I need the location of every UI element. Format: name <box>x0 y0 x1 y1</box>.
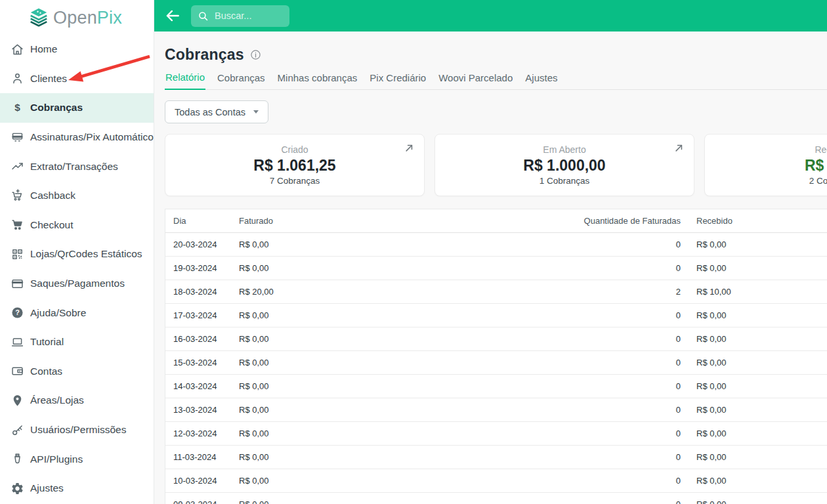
dollar-icon: $ <box>10 100 24 115</box>
table-row[interactable]: 15-03-2024R$ 0,000R$ 0,00 <box>165 350 827 374</box>
sidebar-item-home[interactable]: Home <box>0 35 154 64</box>
cell-quantidade: 0 <box>557 303 689 327</box>
cell-quantidade: 0 <box>557 445 689 469</box>
back-button[interactable] <box>162 5 183 26</box>
table-row[interactable]: 16-03-2024R$ 0,000R$ 0,00 <box>165 327 827 350</box>
sidebar-item-checkout[interactable]: Checkout <box>0 211 154 240</box>
card-count: 1 Cobranças <box>540 176 590 186</box>
sidebar-item-label: Ajustes <box>30 482 64 494</box>
cell-faturado: R$ 0,00 <box>231 421 557 445</box>
cell-recebido: R$ 0,00 <box>689 350 827 374</box>
cell-faturado: R$ 0,00 <box>231 492 557 504</box>
table-row[interactable]: 19-03-2024R$ 0,000R$ 0,00 <box>165 256 827 280</box>
cell-dia: 09-03-2024 <box>165 492 231 504</box>
title-row: Cobranças <box>165 46 827 64</box>
sidebar-item-api-plugins[interactable]: API/Plugins <box>0 444 154 474</box>
logo-text-pix: Pix <box>97 8 122 28</box>
tab-relatorio[interactable]: Relatório <box>165 72 205 90</box>
table-row[interactable]: 18-03-2024R$ 20,002R$ 10,00 <box>165 280 827 303</box>
table-row[interactable]: 10-03-2024R$ 0,000R$ 0,00 <box>165 469 827 492</box>
openpix-stack-icon <box>28 7 50 29</box>
app-root: OpenPix HomeClientes$CobrançasAssinatura… <box>0 0 827 504</box>
column-header-recebido: Recebido <box>689 209 827 232</box>
tab-bar: RelatórioCobrançasMinhas cobrançasPix Cr… <box>165 72 827 90</box>
cell-quantidade: 0 <box>557 256 689 280</box>
table-row[interactable]: 14-03-2024R$ 0,000R$ 0,00 <box>165 374 827 398</box>
card-value: R$ <box>805 157 824 175</box>
tab-ajustes[interactable]: Ajustes <box>524 72 558 89</box>
sidebar-item-contas[interactable]: Contas <box>0 357 154 387</box>
table-row[interactable]: 12-03-2024R$ 0,000R$ 0,00 <box>165 421 827 445</box>
tab-woovi-parcelado[interactable]: Woovi Parcelado <box>438 72 513 89</box>
sidebar-item-usuarios-permissoes[interactable]: Usuários/Permissões <box>0 415 154 445</box>
cell-dia: 12-03-2024 <box>165 421 231 445</box>
person-icon <box>10 72 24 86</box>
sidebar-item-ajuda-sobre[interactable]: ?Ajuda/Sobre <box>0 298 154 327</box>
table-row[interactable]: 09-03-2024R$ 0,000R$ 0,00 <box>165 492 827 504</box>
cell-faturado: R$ 0,00 <box>231 327 557 350</box>
sidebar-item-saques-pagamentos[interactable]: Saques/Pagamentos <box>0 269 154 299</box>
sidebar-item-cobrancas[interactable]: $Cobranças <box>0 93 154 123</box>
cell-quantidade: 0 <box>557 492 689 504</box>
cell-dia: 19-03-2024 <box>165 256 231 280</box>
trending-up-icon <box>10 159 24 174</box>
arrow-left-icon <box>164 7 181 24</box>
table-row[interactable]: 13-03-2024R$ 0,000R$ 0,00 <box>165 398 827 421</box>
accounts-filter-dropdown[interactable]: Todas as Contas <box>165 100 268 123</box>
sidebar-item-label: API/Plugins <box>30 453 83 465</box>
openpix-logo[interactable]: OpenPix <box>0 0 154 29</box>
gear-icon <box>10 481 24 495</box>
card-label: Recebido <box>815 144 827 155</box>
search-input[interactable] <box>215 10 283 21</box>
report-table: DiaFaturadoQuantidade de FaturadasRecebi… <box>165 209 827 504</box>
sidebar-item-areas-lojas[interactable]: Áreas/Lojas <box>0 386 154 415</box>
svg-text:?: ? <box>15 308 20 316</box>
sidebar-item-label: Checkout <box>30 219 73 231</box>
tab-pix-crediario[interactable]: Pix Crediário <box>369 72 427 89</box>
sidebar-item-label: Tutorial <box>30 336 64 348</box>
cell-recebido: R$ 0,00 <box>689 232 827 256</box>
home-icon <box>10 42 24 56</box>
cell-recebido: R$ 0,00 <box>689 398 827 421</box>
tab-minhas-cobrancas[interactable]: Minhas cobranças <box>277 72 358 89</box>
cell-quantidade: 2 <box>557 280 689 303</box>
search-box[interactable] <box>191 5 289 27</box>
sidebar-item-tutorial[interactable]: Tutorial <box>0 327 154 357</box>
qr-code-icon <box>10 247 24 261</box>
cell-quantidade: 0 <box>557 421 689 445</box>
sidebar-item-assinaturas-pix-automatico[interactable]: Assinaturas/Pix Automático <box>0 123 154 152</box>
external-link-icon[interactable] <box>403 142 415 154</box>
external-link-icon[interactable] <box>673 142 685 154</box>
sidebar-item-cashback[interactable]: Cashback <box>0 181 154 211</box>
sidebar-item-label: Contas <box>30 366 62 377</box>
cell-quantidade: 0 <box>557 398 689 421</box>
card-label: Em Aberto <box>543 144 585 155</box>
table-row[interactable]: 11-03-2024R$ 0,000R$ 0,00 <box>165 445 827 469</box>
tab-cobrancas[interactable]: Cobranças <box>217 72 266 89</box>
sidebar-item-extrato-transacoes[interactable]: Extrato/Transações <box>0 152 154 181</box>
report-table-body: 20-03-2024R$ 0,000R$ 0,0019-03-2024R$ 0,… <box>165 232 827 504</box>
sidebar-item-ajustes[interactable]: Ajustes <box>0 474 154 503</box>
card-value: R$ 1.061,25 <box>253 157 335 175</box>
sidebar-item-clientes[interactable]: Clientes <box>0 64 154 94</box>
info-icon[interactable] <box>250 49 261 60</box>
cell-faturado: R$ 20,00 <box>231 280 557 303</box>
help-circle-icon: ? <box>10 306 24 320</box>
cell-faturado: R$ 0,00 <box>231 303 557 327</box>
map-pin-icon <box>10 393 24 408</box>
cell-faturado: R$ 0,00 <box>231 350 557 374</box>
table-row[interactable]: 20-03-2024R$ 0,000R$ 0,00 <box>165 232 827 256</box>
sidebar-item-label: Clientes <box>30 73 67 85</box>
cell-dia: 14-03-2024 <box>165 374 231 398</box>
card-count: 7 Cobranças <box>270 176 320 186</box>
sidebar-item-lojas-qrcodes-estaticos[interactable]: Lojas/QrCodes Estáticos <box>0 240 154 269</box>
cell-quantidade: 0 <box>557 374 689 398</box>
cell-faturado: R$ 0,00 <box>231 232 557 256</box>
sidebar-item-label: Cobranças <box>30 102 83 114</box>
summary-card-recebido: RecebidoR$2 Cobranças <box>704 134 827 196</box>
cell-quantidade: 0 <box>557 469 689 492</box>
accounts-filter-label: Todas as Contas <box>175 107 245 117</box>
cell-quantidade: 0 <box>557 327 689 350</box>
table-row[interactable]: 17-03-2024R$ 0,000R$ 0,00 <box>165 303 827 327</box>
cell-recebido: R$ 0,00 <box>689 421 827 445</box>
